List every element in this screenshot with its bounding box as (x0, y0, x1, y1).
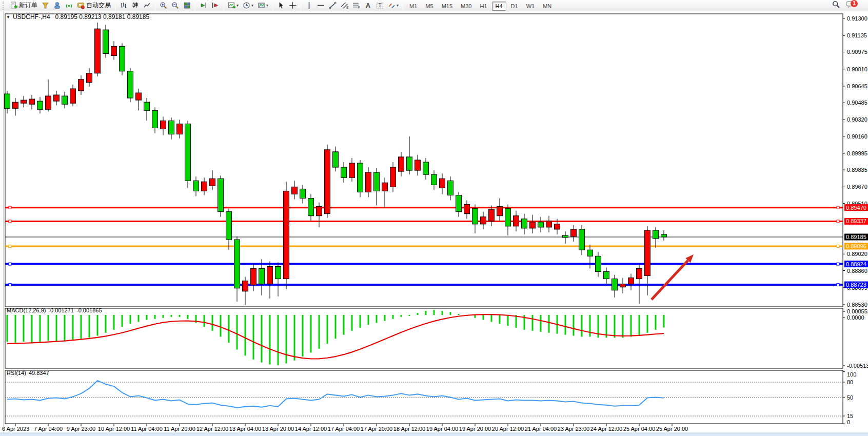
dropdown-caret-icon[interactable]: ▾ (397, 3, 399, 8)
date-axis-label: 11 Apr 04:00 (131, 426, 163, 432)
shapes-button[interactable]: ▾ (386, 0, 401, 11)
date-axis-label: 23 Apr 23:00 (558, 426, 589, 432)
timeframe-h1-button[interactable]: H1 (476, 2, 490, 11)
timeframe-m5-button[interactable]: M5 (422, 2, 437, 11)
timeframe-mn-button[interactable]: MN (539, 2, 555, 11)
date-axis-label: 19 Apr 04:00 (426, 426, 458, 432)
timeframe-w1-button[interactable]: W1 (523, 2, 539, 11)
new-order-label: 新订单 (19, 1, 37, 10)
scrollbar-strip[interactable] (0, 433, 868, 436)
chart-shift-icon (211, 2, 219, 9)
line-anchor[interactable] (837, 220, 839, 223)
zoom-out-button[interactable] (169, 0, 181, 11)
line-anchor[interactable] (837, 284, 839, 286)
dropdown-caret-icon[interactable]: ▾ (266, 3, 268, 8)
search-button[interactable] (830, 0, 842, 11)
candle (169, 121, 174, 134)
new-order-button[interactable]: 新订单 (8, 0, 40, 11)
candle (497, 207, 503, 216)
signals-button[interactable] (63, 0, 75, 11)
date-axis-label: 6 Apr 2023 (2, 426, 29, 432)
candle (349, 163, 355, 177)
templates-button[interactable]: ▾ (255, 0, 270, 11)
auto-scroll-button[interactable] (198, 0, 209, 11)
line-anchor[interactable] (9, 206, 11, 209)
candle (136, 93, 142, 100)
chart-area[interactable]: 0.913000.911350.909750.908100.906450.904… (0, 11, 868, 436)
zoom-in-button[interactable] (157, 0, 169, 11)
candle (604, 272, 609, 279)
timeframe-h4-button[interactable]: H4 (492, 2, 506, 11)
line-anchor[interactable] (9, 245, 11, 247)
toolbar-separator (155, 2, 155, 11)
date-axis-label: 17 Apr 20:00 (361, 426, 392, 432)
date-axis-label: 7 Apr 04:00 (34, 426, 63, 432)
auto-trading-button[interactable]: 自动交易 (75, 0, 113, 11)
candlestick-chart-button[interactable] (129, 0, 141, 11)
date-axis-label: 21 Apr 04:00 (525, 426, 557, 432)
timeframe-m30-button[interactable]: M30 (457, 2, 475, 11)
date-axis-label: 25 Apr 04:00 (623, 426, 655, 432)
price-level-badge-label: 0.89470 (846, 205, 866, 211)
dropdown-caret-icon[interactable]: ▾ (236, 3, 239, 8)
date-axis-label: 9 Apr 23:00 (67, 426, 95, 432)
periods-button[interactable]: ▾ (241, 0, 255, 11)
channel-button[interactable]: E (339, 0, 350, 11)
cursor-button[interactable] (275, 0, 287, 11)
tile-windows-button[interactable] (181, 0, 193, 11)
profile-button[interactable] (51, 0, 63, 11)
text-label-button[interactable]: T (374, 0, 386, 11)
price-pane[interactable] (5, 14, 843, 307)
funnel-button[interactable] (40, 0, 51, 11)
candle (29, 99, 35, 104)
indicators-button[interactable]: ▾ (226, 0, 241, 11)
toolbar-separator (403, 2, 403, 11)
notification-badge: 1 (851, 0, 858, 7)
crosshair-button[interactable] (287, 0, 299, 11)
date-axis-label: 17 Apr 04:00 (328, 426, 360, 432)
timeframe-d1-button[interactable]: D1 (507, 2, 522, 11)
auto-scroll-icon (200, 2, 207, 9)
timeframe-m1-button[interactable]: M1 (406, 2, 421, 11)
macd-axis-label: 0.000552 (847, 308, 868, 314)
line-anchor[interactable] (9, 284, 11, 286)
price-axis-label: 0.89835 (847, 167, 867, 173)
price-axis-label: 0.89995 (847, 150, 867, 156)
toolbar-grip[interactable] (3, 2, 6, 10)
candle (456, 195, 462, 211)
text-button[interactable]: A (362, 0, 374, 11)
candle (661, 234, 667, 237)
notifications-button[interactable]: 1 (844, 0, 863, 11)
rsi-axis-label: 0 (847, 419, 850, 425)
timeframe-m15-button[interactable]: M15 (438, 2, 456, 11)
candle (243, 281, 248, 291)
line-anchor[interactable] (837, 245, 839, 247)
candle (317, 207, 322, 216)
dropdown-caret-icon[interactable]: ▾ (251, 3, 253, 8)
timeframe-toolbar: M1M5M15M30H1H4D1W1MN (405, 1, 556, 10)
line-anchor[interactable] (837, 263, 839, 265)
horizontal-line-button[interactable] (315, 0, 327, 11)
trendline-button[interactable] (327, 0, 339, 11)
search-icon (832, 1, 840, 10)
line-anchor[interactable] (837, 206, 839, 209)
candle (251, 268, 257, 285)
price-level-badge-label: 0.88723 (846, 282, 866, 288)
templates-icon (258, 2, 265, 9)
line-anchor[interactable] (9, 220, 11, 223)
candle (185, 124, 191, 181)
channel-icon: E (341, 2, 348, 9)
line-chart-button[interactable] (141, 0, 153, 11)
price-level-badge-label: 0.89185 (846, 234, 866, 240)
bar-chart-button[interactable] (117, 0, 129, 11)
vertical-line-button[interactable] (303, 0, 315, 11)
chart-shift-button[interactable] (209, 0, 221, 11)
candle (267, 266, 273, 284)
chart-canvas[interactable]: 0.913000.911350.909750.908100.906450.904… (0, 11, 868, 436)
candle (5, 94, 10, 108)
candle (366, 172, 371, 192)
rsi-axis-label: 50 (847, 394, 853, 401)
candle (144, 102, 150, 110)
fibonacci-button[interactable]: F (350, 0, 362, 11)
line-anchor[interactable] (9, 263, 11, 265)
